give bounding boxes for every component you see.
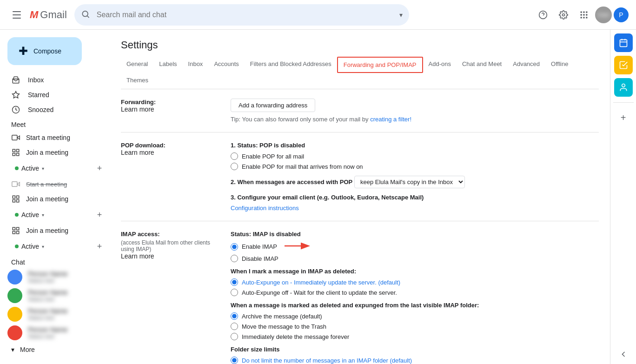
avatar[interactable]: P bbox=[614, 7, 629, 22]
chat-avatar-3 bbox=[7, 307, 22, 322]
imap-deleted-opt2-radio[interactable] bbox=[231, 289, 238, 296]
tab-advanced[interactable]: Advanced bbox=[507, 57, 545, 73]
apps-icon[interactable] bbox=[575, 6, 593, 24]
tab-accounts[interactable]: Accounts bbox=[208, 57, 244, 73]
svg-marker-22 bbox=[17, 182, 20, 186]
pop-all-mail-radio[interactable] bbox=[231, 152, 238, 160]
add-forwarding-address-btn[interactable]: Add a forwarding address bbox=[231, 99, 315, 112]
svg-marker-14 bbox=[13, 92, 20, 98]
compose-label: Compose bbox=[33, 47, 61, 55]
compose-button[interactable]: ✚ Compose bbox=[7, 37, 82, 65]
imap-status: Status: IMAP is disabled bbox=[231, 231, 599, 238]
tab-labels[interactable]: Labels bbox=[153, 57, 182, 73]
search-dropdown-icon[interactable]: ▾ bbox=[399, 11, 403, 19]
active-status-2[interactable]: Active ▾ bbox=[4, 206, 52, 223]
start-meeting-item-2[interactable]: Start a meeting bbox=[0, 177, 102, 192]
imap-disable[interactable]: Disable IMAP bbox=[231, 255, 599, 262]
tab-filters[interactable]: Filters and Blocked Addresses bbox=[245, 57, 337, 73]
right-panel-collapse[interactable] bbox=[619, 350, 628, 364]
sidebar-item-snoozed[interactable]: Snoozed bbox=[0, 102, 102, 117]
imap-learn-more[interactable]: Learn more bbox=[121, 252, 154, 260]
imap-expunged-opt2[interactable]: Move the message to the Trash bbox=[231, 323, 599, 330]
search-input[interactable] bbox=[74, 4, 409, 26]
pop-when-dropdown[interactable]: keep Elula Mail's copy in the Inbox bbox=[354, 176, 465, 188]
sidebar-item-starred[interactable]: Starred bbox=[0, 87, 102, 102]
join-meeting-item[interactable]: Join a meeting bbox=[0, 145, 102, 160]
forwarding-learn-more[interactable]: Learn more bbox=[121, 106, 154, 113]
imap-expunged-opt1-radio[interactable] bbox=[231, 312, 238, 320]
active-row-1: Active ▾ + bbox=[0, 160, 110, 177]
sidebar-item-inbox[interactable]: Inbox bbox=[0, 73, 102, 87]
tab-inbox[interactable]: Inbox bbox=[183, 57, 209, 73]
more-label: More bbox=[20, 346, 35, 353]
join-meeting-item-3[interactable]: Join a meeting bbox=[0, 223, 102, 238]
account-avatar-blurred[interactable]: User bbox=[595, 7, 612, 23]
creating-filter-link[interactable]: creating a filter! bbox=[370, 116, 411, 123]
svg-rect-24 bbox=[13, 196, 15, 198]
active-status-3[interactable]: Active ▾ bbox=[4, 238, 52, 255]
forwarding-label-col: Forwarding: Learn more bbox=[121, 99, 223, 123]
imap-expunged-opt1[interactable]: Archive the message (default) bbox=[231, 312, 599, 320]
compose-plus-icon: ✚ bbox=[19, 45, 28, 58]
imap-folder-opt1[interactable]: Do not limit the number of messages in a… bbox=[231, 357, 599, 364]
imap-deleted-opt1-radio[interactable] bbox=[231, 278, 238, 286]
right-panel-icon-tasks[interactable] bbox=[614, 56, 633, 74]
tab-addons[interactable]: Add-ons bbox=[423, 57, 457, 73]
right-panel-add-icon[interactable]: + bbox=[614, 108, 633, 127]
imap-label: IMAP access: bbox=[121, 231, 223, 238]
imap-expunged-opt2-radio[interactable] bbox=[231, 323, 238, 330]
svg-rect-7 bbox=[586, 11, 587, 13]
svg-rect-9 bbox=[583, 14, 584, 15]
pop-from-now-label: Enable POP for mail that arrives from no… bbox=[242, 163, 363, 170]
imap-expunged-opt3-radio[interactable] bbox=[231, 333, 238, 340]
gmail-text: Gmail bbox=[40, 9, 66, 21]
imap-enable-radio[interactable] bbox=[231, 243, 238, 251]
tab-forwarding[interactable]: Forwarding and POP/IMAP bbox=[337, 57, 423, 73]
imap-enable[interactable]: Enable IMAP bbox=[231, 241, 599, 252]
start-meeting-item[interactable]: Start a meeting bbox=[0, 130, 102, 145]
pop-learn-more[interactable]: Learn more bbox=[121, 149, 154, 156]
tab-general[interactable]: General bbox=[121, 57, 153, 73]
imap-disable-radio[interactable] bbox=[231, 255, 238, 262]
join-meeting-item-2[interactable]: Join a meeting bbox=[0, 192, 102, 206]
svg-rect-27 bbox=[13, 200, 15, 202]
pop-all-mail[interactable]: Enable POP for all mail bbox=[231, 152, 599, 160]
active-status-1[interactable]: Active ▾ bbox=[4, 160, 52, 177]
add-btn-2[interactable]: + bbox=[93, 208, 106, 221]
svg-line-1 bbox=[87, 16, 89, 18]
chat-person-3[interactable]: Person Name Status text bbox=[0, 305, 110, 324]
pop-from-now-radio[interactable] bbox=[231, 163, 238, 170]
right-panel-icon-contacts[interactable] bbox=[614, 78, 633, 97]
active-label-2: Active bbox=[21, 211, 39, 218]
svg-rect-12 bbox=[583, 17, 584, 18]
settings-icon[interactable] bbox=[554, 6, 573, 24]
imap-sublabel: (access Elula Mail from other clients us… bbox=[121, 239, 223, 252]
tab-themes[interactable]: Themes bbox=[121, 73, 154, 89]
add-btn-3[interactable]: + bbox=[93, 240, 106, 253]
chevron-down-icon: ▾ bbox=[11, 346, 14, 353]
chat-person-4[interactable]: Person Name Status text bbox=[0, 324, 110, 342]
forwarding-tip: Tip: You can also forward only some of y… bbox=[231, 116, 599, 123]
chat-person-1[interactable]: Person Name Status text bbox=[0, 268, 110, 286]
chat-person-2[interactable]: Person Name Status text bbox=[0, 286, 110, 305]
chat-section-label: Chat bbox=[0, 255, 110, 268]
add-btn-1[interactable]: + bbox=[93, 162, 106, 175]
hamburger-menu[interactable] bbox=[7, 6, 26, 24]
gmail-logo: M Gmail bbox=[30, 9, 67, 21]
svg-rect-8 bbox=[581, 14, 582, 15]
tab-chat-meet[interactable]: Chat and Meet bbox=[457, 57, 507, 73]
chat-avatar-1 bbox=[7, 270, 22, 285]
active-chevron-1: ▾ bbox=[42, 166, 44, 171]
imap-deleted-opt1[interactable]: Auto-Expunge on - Immediately update the… bbox=[231, 278, 599, 286]
imap-expunged-opt3[interactable]: Immediately delete the message forever bbox=[231, 333, 599, 340]
pop-from-now[interactable]: Enable POP for mail that arrives from no… bbox=[231, 163, 599, 170]
imap-deleted-opt2[interactable]: Auto-Expunge off - Wait for the client t… bbox=[231, 289, 599, 296]
more-item[interactable]: ▾ More bbox=[0, 342, 110, 357]
imap-deleted-opt2-label: Auto-Expunge off - Wait for the client t… bbox=[242, 289, 397, 296]
tab-offline[interactable]: Offline bbox=[545, 57, 574, 73]
pop-config-link[interactable]: Configuration instructions bbox=[231, 205, 299, 212]
right-panel-icon-calendar[interactable] bbox=[614, 33, 633, 52]
active-label-3: Active bbox=[21, 243, 39, 250]
help-icon[interactable] bbox=[534, 6, 552, 24]
imap-folder-opt1-radio[interactable] bbox=[231, 357, 238, 364]
